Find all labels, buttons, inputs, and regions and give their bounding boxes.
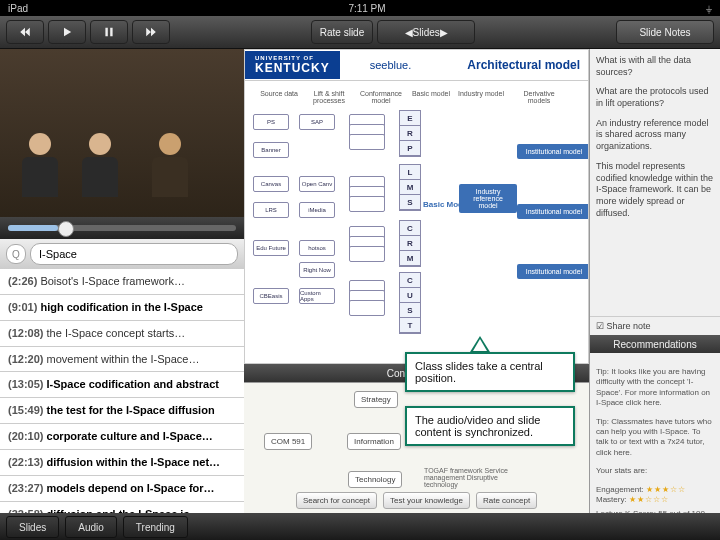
callout-slides: Class slides take a central position. xyxy=(405,352,575,392)
rewind-button[interactable] xyxy=(6,20,44,44)
video-scrubber[interactable] xyxy=(0,217,244,239)
pause-button[interactable] xyxy=(90,20,128,44)
device-label: iPad xyxy=(8,3,28,14)
right-column: What is with all the data sources? What … xyxy=(589,49,720,513)
transcript-list[interactable]: (2:26) Boisot's I-Space framework… (9:01… xyxy=(0,269,244,513)
engagement-stars: ★★★☆☆ xyxy=(646,485,686,494)
recommendations: Tip: It looks like you are having diffic… xyxy=(590,353,720,513)
transcript-row[interactable]: (2:26) Boisot's I-Space framework… xyxy=(0,269,244,295)
transcript-row[interactable]: (22:13) diffusion within the I-Space net… xyxy=(0,450,244,476)
slide-view[interactable]: UNIVERSITY OFKENTUCKY seeblue. Architect… xyxy=(244,49,589,364)
search-input[interactable] xyxy=(30,243,238,265)
slide-notes-button[interactable]: Slide Notes xyxy=(616,20,714,44)
status-time: 7:11 PM xyxy=(28,3,706,14)
rate-slide-button[interactable]: Rate slide xyxy=(311,20,373,44)
cmap-info-text: TOGAF framework Service management Disru… xyxy=(424,467,514,488)
cmap-node-strategy[interactable]: Strategy xyxy=(354,391,398,408)
concept-map[interactable]: Strategy COM 591 Information Technology … xyxy=(244,382,589,513)
tab-audio[interactable]: Audio xyxy=(65,516,117,538)
transcript-row[interactable]: (9:01) high codification in the I-Space xyxy=(0,295,244,321)
transcript-row[interactable]: (15:49) the test for the I-Space diffusi… xyxy=(0,398,244,424)
cmap-node-tech[interactable]: Technology xyxy=(348,471,402,488)
cmap-node-com[interactable]: COM 591 xyxy=(264,433,312,450)
status-bar: iPad 7:11 PM ⏚ xyxy=(0,0,720,16)
cmap-node-info[interactable]: Information xyxy=(347,433,401,450)
search-row: Q xyxy=(0,239,244,269)
note-line: This model represents codified knowledge… xyxy=(596,161,714,219)
forward-button[interactable] xyxy=(132,20,170,44)
transcript-row[interactable]: (32:58) diffusion and the I-Space is… xyxy=(0,502,244,513)
note-line: What are the protocols used in lift oper… xyxy=(596,86,714,109)
seeblue-text: seeblue. xyxy=(370,59,412,71)
kscore: Lecture K-Score: 55 out of 100 xyxy=(596,509,714,513)
rec-tutor: Tip: Classmates have tutors who can help… xyxy=(596,417,714,459)
bottom-bar: Slides Audio Trending xyxy=(0,513,720,540)
uk-logo: UNIVERSITY OFKENTUCKY xyxy=(245,51,340,79)
callout-arrow xyxy=(470,336,490,352)
recommendations-header: Recommendations xyxy=(590,335,720,353)
tab-slides[interactable]: Slides xyxy=(6,516,59,538)
note-line: What is with all the data sources? xyxy=(596,55,714,78)
share-note[interactable]: ☑ Share note xyxy=(590,316,720,335)
transcript-row[interactable]: (12:20) movement within the I-Space… xyxy=(0,347,244,373)
video-player[interactable] xyxy=(0,49,244,217)
slide-diagram: Source data Lift & shift processes Confo… xyxy=(249,90,584,359)
transcript-row[interactable]: (13:05) I-Space codification and abstrac… xyxy=(0,372,244,398)
cmap-search-button[interactable]: Search for concept xyxy=(296,492,377,509)
top-toolbar: Rate slide ◀ Slides ▶ Slide Notes xyxy=(0,16,720,49)
note-line: An industry reference model is shared ac… xyxy=(596,118,714,153)
mastery-stars: ★★☆☆☆ xyxy=(629,495,669,504)
slide-notes[interactable]: What is with all the data sources? What … xyxy=(590,49,720,316)
tab-trending[interactable]: Trending xyxy=(123,516,188,538)
left-column: Q (2:26) Boisot's I-Space framework… (9:… xyxy=(0,49,244,513)
wifi-icon: ⏚ xyxy=(706,3,712,14)
cmap-test-button[interactable]: Test your knowledge xyxy=(383,492,470,509)
stats-label: Your stats are: xyxy=(596,466,714,476)
slides-dropdown[interactable]: ◀ Slides ▶ xyxy=(377,20,475,44)
transcript-row[interactable]: (12:08) the I-Space concept starts… xyxy=(0,321,244,347)
slide-title: Architectural model xyxy=(467,58,580,72)
search-icon: Q xyxy=(6,244,26,264)
play-button[interactable] xyxy=(48,20,86,44)
transcript-row[interactable]: (23:27) models depend on I-Space for… xyxy=(0,476,244,502)
cmap-rate-button[interactable]: Rate concept xyxy=(476,492,537,509)
callout-sync: The audio/video and slide content is syn… xyxy=(405,406,575,446)
rec-tip: Tip: It looks like you are having diffic… xyxy=(596,367,714,409)
transcript-row[interactable]: (20:10) corporate culture and I-Space… xyxy=(0,424,244,450)
